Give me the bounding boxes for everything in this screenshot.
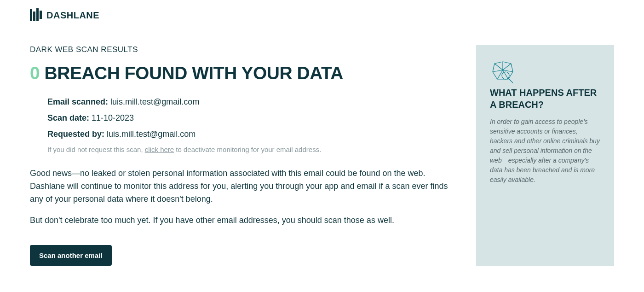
info-sidebar: WHAT HAPPENS AFTER A BREACH? In order to… bbox=[476, 45, 614, 266]
meta-email-scanned: Email scanned: luis.mill.test@gmail.com bbox=[47, 97, 458, 107]
meta-label: Scan date: bbox=[47, 113, 89, 123]
result-heading: 0 BREACH FOUND WITH YOUR DATA bbox=[30, 64, 458, 83]
svg-rect-2 bbox=[36, 8, 39, 21]
breach-title: BREACH FOUND WITH YOUR DATA bbox=[45, 63, 343, 83]
main-content: DARK WEB SCAN RESULTS 0 BREACH FOUND WIT… bbox=[30, 45, 458, 266]
svg-rect-1 bbox=[33, 12, 35, 21]
svg-rect-3 bbox=[40, 11, 42, 19]
svg-point-4 bbox=[502, 72, 509, 79]
breach-count: 0 bbox=[30, 63, 40, 83]
deactivate-link[interactable]: click here bbox=[145, 146, 174, 153]
meta-scan-date: Scan date: 11-10-2023 bbox=[47, 113, 458, 123]
sidebar-title: WHAT HAPPENS AFTER A BREACH? bbox=[490, 87, 600, 111]
meta-value: luis.mill.test@gmail.com bbox=[110, 97, 199, 106]
deactivate-notice: If you did not request this scan, click … bbox=[47, 146, 458, 153]
web-search-icon bbox=[490, 59, 516, 87]
deactivate-prefix: If you did not request this scan, bbox=[47, 146, 145, 153]
header: DASHLANE bbox=[30, 8, 614, 22]
meta-value: 11-10-2023 bbox=[92, 113, 134, 123]
brand-name: DASHLANE bbox=[46, 10, 99, 21]
scan-meta: Email scanned: luis.mill.test@gmail.com … bbox=[30, 97, 458, 153]
dashlane-logo-icon bbox=[30, 8, 42, 22]
deactivate-suffix: to deactivate monitoring for your email … bbox=[174, 146, 321, 153]
meta-value: luis.mill.test@gmail.com bbox=[107, 129, 196, 139]
meta-label: Requested by: bbox=[47, 129, 104, 139]
svg-line-5 bbox=[508, 78, 513, 83]
sidebar-body: In order to gain access to people's sens… bbox=[490, 117, 600, 185]
svg-rect-0 bbox=[30, 9, 32, 21]
scan-another-email-button[interactable]: Scan another email bbox=[30, 245, 112, 266]
meta-label: Email scanned: bbox=[47, 97, 108, 106]
result-paragraph-2: But don't celebrate too much yet. If you… bbox=[30, 214, 458, 227]
result-paragraph-1: Good news—no leaked or stolen personal i… bbox=[30, 167, 458, 206]
meta-requested-by: Requested by: luis.mill.test@gmail.com bbox=[47, 129, 458, 139]
section-label: DARK WEB SCAN RESULTS bbox=[30, 45, 458, 54]
